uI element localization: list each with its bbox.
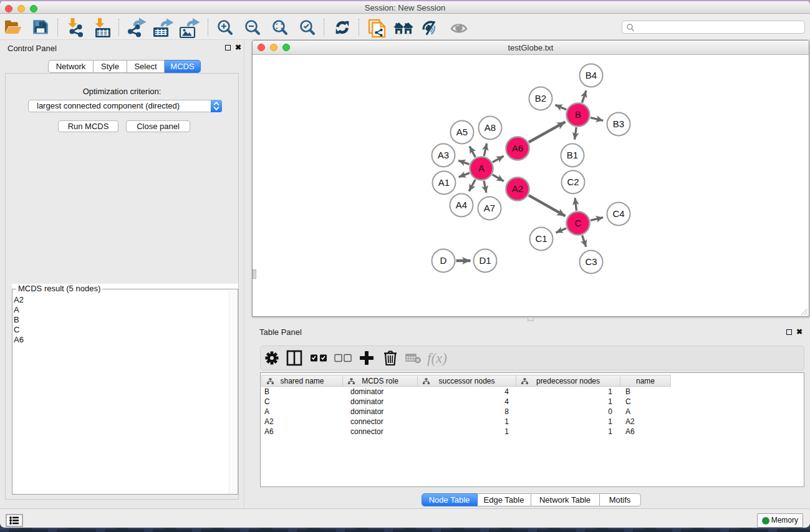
svg-text:B1: B1 [567, 150, 578, 160]
svg-text:A4: A4 [456, 200, 467, 210]
svg-text:A5: A5 [456, 127, 468, 137]
svg-text:A2: A2 [512, 183, 523, 194]
svg-text:C: C [575, 218, 582, 228]
svg-text:B2: B2 [535, 93, 546, 104]
svg-text:B4: B4 [586, 70, 597, 80]
svg-text:C3: C3 [585, 256, 597, 267]
svg-text:B3: B3 [613, 118, 624, 129]
svg-text:C1: C1 [535, 233, 547, 244]
svg-text:A8: A8 [485, 122, 496, 133]
svg-text:B: B [575, 109, 581, 120]
svg-text:f(x): f(x) [427, 351, 447, 366]
svg-text:A1: A1 [438, 177, 450, 188]
svg-text:A3: A3 [438, 150, 449, 160]
svg-text:A6: A6 [512, 143, 523, 153]
svg-text:A: A [478, 163, 485, 173]
svg-text:A7: A7 [484, 203, 495, 213]
svg-text:C4: C4 [612, 208, 624, 219]
svg-text:D1: D1 [479, 255, 491, 266]
svg-text:C2: C2 [567, 177, 579, 187]
svg-text:D: D [440, 255, 447, 266]
